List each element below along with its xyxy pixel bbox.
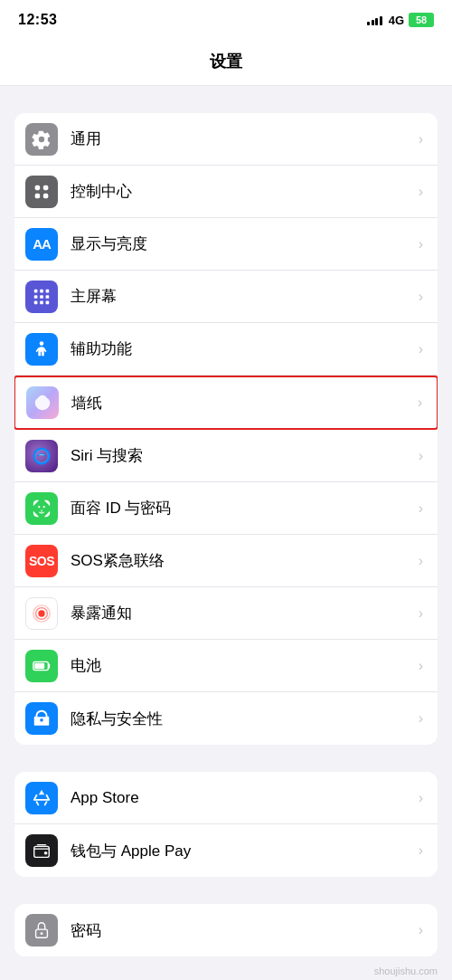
sos-label: SOS紧急联络 xyxy=(71,550,419,571)
svg-point-27 xyxy=(41,932,43,935)
privacy-label: 隐私与安全性 xyxy=(71,709,419,729)
signal-icon xyxy=(367,14,382,25)
svg-point-15 xyxy=(44,399,46,401)
svg-rect-3 xyxy=(43,193,49,198)
general-item[interactable]: 通用 › xyxy=(14,113,438,166)
svg-point-18 xyxy=(43,506,45,508)
privacy-chevron: › xyxy=(419,710,423,727)
privacy-icon xyxy=(25,702,58,735)
accessibility-item[interactable]: 辅助功能 › xyxy=(14,323,438,376)
control-center-chevron: › xyxy=(419,184,423,200)
battery-icon xyxy=(25,650,58,682)
faceid-icon xyxy=(25,492,58,525)
svg-rect-8 xyxy=(40,295,43,299)
display-label: 显示与亮度 xyxy=(71,233,419,254)
wallet-icon xyxy=(25,834,58,867)
privacy-item[interactable]: 隐私与安全性 › xyxy=(14,692,438,745)
exposure-label: 暴露通知 xyxy=(71,603,419,623)
display-chevron: › xyxy=(419,236,423,252)
svg-point-14 xyxy=(38,400,41,403)
accessibility-icon xyxy=(25,333,58,366)
home-screen-chevron: › xyxy=(419,289,423,305)
appstore-label: App Store xyxy=(71,789,419,807)
siri-chevron: › xyxy=(419,448,423,464)
appstore-item[interactable]: App Store › xyxy=(14,772,438,824)
svg-rect-1 xyxy=(43,185,49,190)
siri-icon xyxy=(25,440,58,472)
siri-item[interactable]: Siri 与搜索 › xyxy=(14,430,438,482)
svg-rect-9 xyxy=(46,295,50,299)
general-chevron: › xyxy=(419,131,423,147)
sos-item[interactable]: SOS SOS紧急联络 › xyxy=(14,535,438,587)
svg-point-19 xyxy=(38,610,44,616)
svg-point-13 xyxy=(40,341,44,346)
svg-point-17 xyxy=(38,506,40,508)
watermark: shoujishu.com xyxy=(0,956,452,980)
svg-rect-7 xyxy=(34,295,38,299)
svg-point-25 xyxy=(44,852,48,855)
home-screen-icon xyxy=(25,281,58,313)
status-icons: 4G 58 xyxy=(367,13,434,27)
wallpaper-label: 墙纸 xyxy=(71,393,418,414)
svg-rect-2 xyxy=(35,193,41,198)
sos-icon: SOS xyxy=(25,545,58,577)
svg-rect-4 xyxy=(34,289,38,292)
sos-chevron: › xyxy=(419,553,423,569)
password-icon xyxy=(25,914,58,947)
battery-chevron: › xyxy=(419,658,423,674)
wallet-chevron: › xyxy=(419,842,423,859)
display-icon: AA xyxy=(25,228,58,261)
control-center-item[interactable]: 控制中心 › xyxy=(14,166,438,218)
wallpaper-icon xyxy=(26,386,59,419)
exposure-chevron: › xyxy=(419,605,423,622)
appstore-icon xyxy=(25,782,58,814)
status-bar: 12:53 4G 58 xyxy=(0,0,452,40)
general-label: 通用 xyxy=(71,128,419,149)
siri-label: Siri 与搜索 xyxy=(71,445,419,466)
battery-indicator: 58 xyxy=(409,13,434,27)
display-item[interactable]: AA 显示与亮度 › xyxy=(14,218,438,271)
settings-group-1: 通用 › 控制中心 › AA 显示与亮度 › xyxy=(14,113,438,745)
network-type: 4G xyxy=(389,14,404,27)
control-center-icon xyxy=(25,176,58,208)
svg-rect-10 xyxy=(34,300,38,304)
battery-label: 电池 xyxy=(71,655,419,676)
svg-rect-0 xyxy=(35,185,41,190)
svg-rect-23 xyxy=(34,662,44,668)
wallet-label: 钱包与 Apple Pay xyxy=(71,841,419,861)
exposure-icon xyxy=(25,597,58,630)
faceid-item[interactable]: 面容 ID 与密码 › xyxy=(14,482,438,535)
wallpaper-item[interactable]: 墙纸 › xyxy=(14,376,438,430)
general-icon xyxy=(25,123,58,156)
faceid-chevron: › xyxy=(419,500,423,517)
control-center-label: 控制中心 xyxy=(71,181,419,202)
svg-rect-12 xyxy=(46,300,50,304)
svg-rect-6 xyxy=(46,289,50,292)
settings-group-2: App Store › 钱包与 Apple Pay › xyxy=(14,772,438,877)
navigation-bar: 设置 xyxy=(0,40,452,86)
faceid-label: 面容 ID 与密码 xyxy=(71,498,419,519)
wallpaper-chevron: › xyxy=(418,395,422,411)
status-time: 12:53 xyxy=(18,12,57,28)
svg-rect-11 xyxy=(40,300,43,304)
wallet-item[interactable]: 钱包与 Apple Pay › xyxy=(14,824,438,877)
accessibility-chevron: › xyxy=(419,341,423,357)
svg-rect-5 xyxy=(40,289,43,292)
home-screen-item[interactable]: 主屏幕 › xyxy=(14,271,438,323)
accessibility-label: 辅助功能 xyxy=(71,338,419,359)
svg-point-16 xyxy=(34,448,50,463)
appstore-chevron: › xyxy=(419,790,423,806)
battery-item[interactable]: 电池 › xyxy=(14,640,438,692)
exposure-item[interactable]: 暴露通知 › xyxy=(14,587,438,640)
password-label: 密码 xyxy=(71,920,419,941)
password-item[interactable]: 密码 › xyxy=(14,904,438,956)
page-title: 设置 xyxy=(210,52,242,71)
settings-group-3: 密码 › xyxy=(14,904,438,956)
password-chevron: › xyxy=(419,922,423,938)
home-screen-label: 主屏幕 xyxy=(71,286,419,307)
